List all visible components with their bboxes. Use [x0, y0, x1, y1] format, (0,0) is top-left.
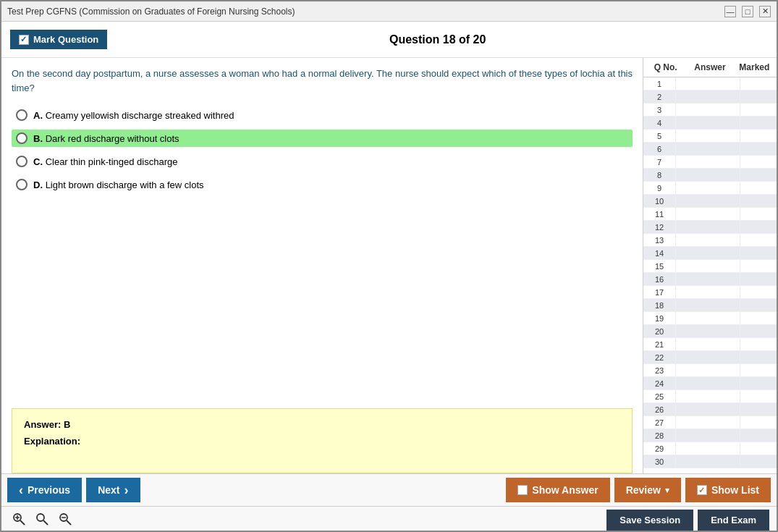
sidebar-row-answer — [676, 90, 740, 103]
review-button[interactable]: Review ▾ — [614, 478, 681, 502]
sidebar-row-num: 29 — [643, 442, 676, 455]
sidebar-row[interactable]: 26 — [643, 403, 777, 416]
end-exam-button[interactable]: End Exam — [698, 510, 769, 531]
zoom-normal-button[interactable] — [32, 510, 52, 531]
sidebar-row-answer — [676, 325, 740, 337]
option-a-row[interactable]: A. Creamy yellowish discharge streaked w… — [12, 106, 633, 124]
sidebar-row-num: 12 — [643, 221, 676, 233]
sidebar-row-num: 19 — [643, 312, 676, 324]
sidebar-row[interactable]: 24 — [643, 377, 777, 390]
show-answer-button[interactable]: Show Answer — [506, 478, 609, 502]
sidebar-row[interactable]: 19 — [643, 312, 777, 325]
option-a-label: A. Creamy yellowish discharge streaked w… — [33, 110, 234, 121]
sidebar-row[interactable]: 6 — [643, 143, 777, 156]
sidebar-row-marked — [740, 260, 777, 272]
sidebar-row[interactable]: 13 — [643, 234, 777, 247]
sidebar-row-answer — [676, 195, 740, 207]
sidebar-row-answer — [676, 260, 740, 272]
sidebar-row-answer — [676, 429, 740, 442]
sidebar-row-num: 28 — [643, 429, 676, 442]
sidebar-row[interactable]: 20 — [643, 325, 777, 338]
footer-actions: Save Session End Exam — [606, 510, 769, 531]
sidebar-list[interactable]: 1 2 3 4 5 6 7 8 — [643, 77, 777, 473]
mark-question-button[interactable]: Mark Question — [10, 30, 107, 49]
sidebar-row[interactable]: 4 — [643, 117, 777, 130]
sidebar-row[interactable]: 15 — [643, 260, 777, 273]
sidebar-row[interactable]: 12 — [643, 221, 777, 234]
sidebar-marked-header: Marked — [732, 61, 777, 74]
sidebar-row[interactable]: 9 — [643, 182, 777, 195]
zoom-out-button[interactable] — [55, 510, 75, 531]
bottom-navigation: ‹ Previous Next › Show Answer Review ▾ ✓… — [1, 473, 777, 506]
option-c-radio — [16, 156, 28, 167]
sidebar-row-answer — [676, 208, 740, 220]
sidebar-row[interactable]: 30 — [643, 455, 777, 468]
sidebar-row-marked — [740, 299, 777, 311]
sidebar-row-num: 27 — [643, 416, 676, 428]
sidebar-row-marked — [740, 442, 777, 455]
sidebar-row-num: 20 — [643, 325, 676, 337]
save-session-button[interactable]: Save Session — [606, 510, 693, 531]
sidebar-row[interactable]: 16 — [643, 273, 777, 286]
previous-button[interactable]: ‹ Previous — [7, 478, 82, 502]
sidebar-row[interactable]: 2 — [643, 90, 777, 104]
sidebar-row-marked — [740, 117, 777, 129]
sidebar-row[interactable]: 29 — [643, 442, 777, 455]
minimize-button[interactable]: — — [724, 6, 736, 17]
sidebar-row-num: 7 — [643, 156, 676, 168]
sidebar-row-num: 3 — [643, 104, 676, 116]
sidebar-row-answer — [676, 182, 740, 194]
sidebar-row-num: 10 — [643, 195, 676, 207]
option-d-label: D. Light brown discharge with a few clot… — [33, 180, 204, 190]
sidebar-row[interactable]: 3 — [643, 104, 777, 117]
sidebar-row[interactable]: 22 — [643, 351, 777, 364]
option-c-row[interactable]: C. Clear thin pink-tinged discharge — [12, 153, 633, 170]
sidebar-row-answer — [676, 377, 740, 389]
sidebar-row[interactable]: 14 — [643, 247, 777, 260]
sidebar-row[interactable]: 25 — [643, 390, 777, 403]
show-list-button[interactable]: ✓ Show List — [685, 478, 771, 502]
sidebar-row-answer — [676, 117, 740, 129]
sidebar-row[interactable]: 28 — [643, 429, 777, 442]
sidebar-row[interactable]: 7 — [643, 156, 777, 169]
sidebar-row-answer — [676, 416, 740, 428]
sidebar-row-marked — [740, 90, 777, 103]
maximize-button[interactable]: □ — [742, 6, 753, 17]
sidebar-row[interactable]: 17 — [643, 286, 777, 299]
app-title: Test Prep CGFNS (Commission on Graduates… — [7, 7, 295, 17]
zoom-in-button[interactable] — [9, 510, 29, 531]
option-b-label: B. Dark red discharge without clots — [33, 133, 179, 144]
mark-checkbox-icon — [19, 35, 29, 45]
option-c-label: C. Clear thin pink-tinged discharge — [33, 156, 177, 167]
sidebar-header: Q No. Answer Marked — [643, 58, 777, 77]
sidebar-row-marked — [740, 416, 777, 428]
sidebar-row-answer — [676, 390, 740, 402]
sidebar-row[interactable]: 5 — [643, 130, 777, 143]
next-button[interactable]: Next › — [86, 478, 140, 502]
sidebar-row-num: 4 — [643, 117, 676, 129]
sidebar-row[interactable]: 18 — [643, 299, 777, 312]
sidebar-row-marked — [740, 182, 777, 194]
sidebar-row[interactable]: 11 — [643, 208, 777, 221]
sidebar-row-answer — [676, 286, 740, 298]
sidebar-row[interactable]: 23 — [643, 364, 777, 377]
sidebar-row-num: 8 — [643, 169, 676, 181]
sidebar-row[interactable]: 21 — [643, 338, 777, 351]
close-button[interactable]: ✕ — [759, 6, 771, 17]
sidebar-row-answer — [676, 104, 740, 116]
sidebar-row-num: 6 — [643, 143, 676, 155]
sidebar-row-answer — [676, 221, 740, 233]
sidebar-row[interactable]: 1 — [643, 77, 777, 90]
sidebar-row[interactable]: 8 — [643, 169, 777, 182]
option-b-row[interactable]: B. Dark red discharge without clots — [12, 130, 633, 147]
sidebar-row-answer — [676, 338, 740, 350]
sidebar-row[interactable]: 10 — [643, 195, 777, 208]
next-arrow-icon: › — [124, 483, 129, 498]
option-d-row[interactable]: D. Light brown discharge with a few clot… — [12, 176, 633, 193]
sidebar-row-num: 23 — [643, 364, 676, 376]
sidebar-row-answer — [676, 299, 740, 311]
svg-line-5 — [43, 520, 48, 525]
sidebar-row-answer — [676, 273, 740, 285]
zoom-normal-icon — [35, 512, 49, 526]
sidebar-row[interactable]: 27 — [643, 416, 777, 429]
